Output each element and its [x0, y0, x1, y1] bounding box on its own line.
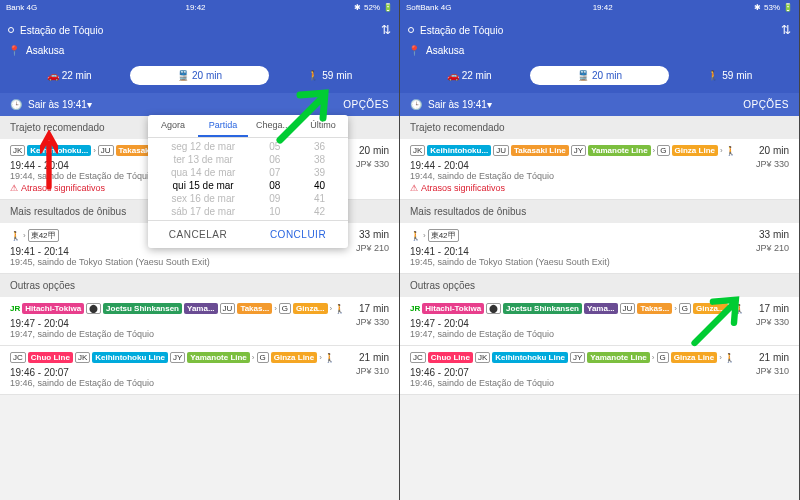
- statusbar: Bank 4G 19:42 ✱52%🔋: [0, 0, 399, 14]
- destination-text: Asakusa: [26, 45, 64, 56]
- depart-label: Sair às 19:41: [28, 99, 87, 110]
- mode-car[interactable]: 🚗22 min: [8, 70, 130, 81]
- warning-icon: ⚠: [10, 183, 18, 193]
- route-bus[interactable]: 🚶›東42甲 33 minJP¥ 210 19:41 - 20:1419:45,…: [400, 223, 799, 274]
- options-button[interactable]: OPÇÕES: [743, 99, 789, 110]
- annotation-green-arrow: [690, 290, 745, 350]
- swap-icon[interactable]: ⇅: [381, 23, 391, 37]
- options-button[interactable]: OPÇÕES: [343, 99, 389, 110]
- origin-field[interactable]: Estação de Tóquio⇅: [408, 19, 791, 41]
- origin-dot-icon: [8, 27, 14, 33]
- mode-transit[interactable]: 🚆20 min: [530, 66, 668, 85]
- picker-wheel[interactable]: seg 12 de marter 13 de marqua 14 de mar …: [148, 138, 348, 220]
- mode-car[interactable]: 🚗22 min: [408, 70, 530, 81]
- mode-tabs: 🚗22 min 🚆20 min 🚶59 min: [0, 60, 399, 93]
- walk-icon: 🚶: [307, 70, 319, 81]
- annotation-red-arrow: [40, 130, 58, 190]
- route-recommended[interactable]: JKKeihintohoku... JUTakasaki Line JYYama…: [400, 139, 799, 200]
- destination-field[interactable]: 📍Asakusa: [408, 41, 791, 60]
- route-other-2[interactable]: JCChuo LineJKKeihintohoku LineJYYamanote…: [400, 346, 799, 395]
- price: JP¥ 330: [356, 159, 389, 169]
- statusbar: SoftBank 4G 19:42 ✱53%🔋: [400, 0, 799, 14]
- mode-walk[interactable]: 🚶59 min: [269, 70, 391, 81]
- screen-left: Bank 4G 19:42 ✱52%🔋 Estação de Tóquio ⇅ …: [0, 0, 400, 500]
- depart-row[interactable]: 🕒 Sair às 19:41 ▾ OPÇÕES: [0, 93, 399, 116]
- section-other: Outras opções: [0, 274, 399, 297]
- clock-icon: 🕒: [10, 99, 22, 110]
- route-other-1[interactable]: JRHitachi-Tokiwa⬤Joetsu ShinkansenYama..…: [0, 297, 399, 346]
- carrier: Bank 4G: [6, 3, 37, 12]
- destination-pin-icon: 📍: [8, 45, 20, 56]
- destination-field[interactable]: 📍 Asakusa: [8, 41, 391, 60]
- chevron-down-icon: ▾: [87, 99, 92, 110]
- mode-walk[interactable]: 🚶59 min: [669, 70, 791, 81]
- clock: 19:42: [186, 3, 206, 12]
- picker-tab-now[interactable]: Agora: [148, 115, 198, 137]
- picker-cancel[interactable]: CANCELAR: [148, 221, 248, 248]
- swap-icon[interactable]: ⇅: [781, 23, 791, 37]
- search-header: Estação de Tóquio ⇅ 📍 Asakusa: [0, 14, 399, 60]
- screen-right: SoftBank 4G 19:42 ✱53%🔋 Estação de Tóqui…: [400, 0, 800, 500]
- picker-done[interactable]: CONCLUIR: [248, 221, 348, 248]
- train-icon: 🚆: [177, 70, 189, 81]
- origin-field[interactable]: Estação de Tóquio ⇅: [8, 19, 391, 41]
- mode-transit[interactable]: 🚆20 min: [130, 66, 268, 85]
- status-right: ✱52%🔋: [354, 3, 393, 12]
- duration: 20 min: [359, 145, 389, 156]
- origin-text: Estação de Tóquio: [20, 25, 103, 36]
- annotation-green-arrow: [275, 85, 335, 145]
- line-chip: Keihintohoku...: [27, 145, 91, 156]
- route-other-2[interactable]: JCChuo LineJKKeihintohoku LineJYYamanote…: [0, 346, 399, 395]
- depart-row[interactable]: 🕒Sair às 19:41▾ OPÇÕES: [400, 93, 799, 116]
- picker-tab-depart[interactable]: Partida: [198, 115, 248, 137]
- car-icon: 🚗: [47, 70, 59, 81]
- line-badge: JK: [10, 145, 25, 156]
